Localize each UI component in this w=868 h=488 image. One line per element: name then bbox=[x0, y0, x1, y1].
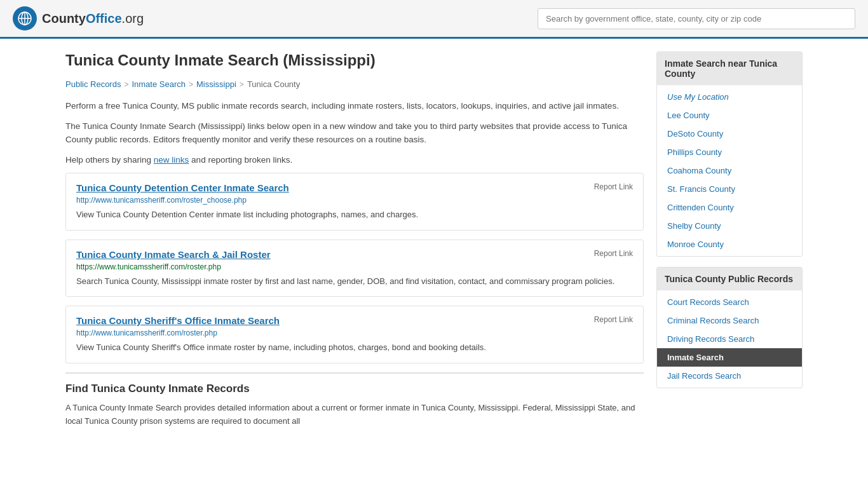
result-desc-2: View Tunica County Sheriff's Office inma… bbox=[76, 341, 633, 354]
sidebar-jail-records[interactable]: Jail Records Search bbox=[657, 367, 802, 385]
report-link-0[interactable]: Report Link bbox=[594, 182, 633, 191]
result-card-1: Tunica County Inmate Search & Jail Roste… bbox=[65, 240, 644, 297]
sidebar-coahoma-county[interactable]: Coahoma County bbox=[657, 161, 802, 180]
sidebar-crittenden-county[interactable]: Crittenden County bbox=[657, 198, 802, 217]
result-url-1[interactable]: https://www.tunicamssheriff.com/roster.p… bbox=[76, 262, 633, 271]
result-url-0[interactable]: http://www.tunicamssheriff.com/roster_ch… bbox=[76, 196, 633, 205]
sidebar-criminal-records[interactable]: Criminal Records Search bbox=[657, 311, 802, 330]
sidebar-nearby-header: Inmate Search near Tunica County bbox=[657, 52, 802, 85]
result-url-2[interactable]: http://www.tunicamssheriff.com/roster.ph… bbox=[76, 329, 633, 337]
result-desc-1: Search Tunica County, Mississippi inmate… bbox=[76, 275, 633, 288]
result-desc-0: View Tunica County Detention Center inma… bbox=[76, 208, 633, 221]
sidebar-inmate-search[interactable]: Inmate Search bbox=[657, 348, 802, 367]
search-input[interactable] bbox=[538, 8, 855, 29]
breadcrumb-public-records[interactable]: Public Records bbox=[65, 79, 121, 89]
description-2: The Tunica County Inmate Search (Mississ… bbox=[65, 119, 644, 147]
main-container: Tunica County Inmate Search (Mississippi… bbox=[53, 39, 815, 440]
sidebar-public-records-header: Tunica County Public Records bbox=[657, 268, 802, 290]
sidebar-public-records-content: Court Records Search Criminal Records Se… bbox=[657, 290, 802, 388]
logo-area: CountyOffice.org bbox=[13, 6, 144, 30]
find-title: Find Tunica County Inmate Records bbox=[65, 383, 644, 395]
result-title-1[interactable]: Tunica County Inmate Search & Jail Roste… bbox=[76, 249, 271, 260]
sidebar-phillips-county[interactable]: Phillips County bbox=[657, 143, 802, 161]
sidebar: Inmate Search near Tunica County Use My … bbox=[656, 51, 803, 428]
description-1: Perform a free Tunica County, MS public … bbox=[65, 99, 644, 113]
sidebar-monroe-county[interactable]: Monroe County bbox=[657, 235, 802, 254]
page-title: Tunica County Inmate Search (Mississippi… bbox=[65, 51, 644, 69]
breadcrumb-sep-1: > bbox=[124, 80, 128, 89]
result-card-header-0: Tunica County Detention Center Inmate Se… bbox=[76, 182, 633, 193]
sidebar-use-location[interactable]: Use My Location bbox=[657, 88, 802, 106]
sidebar-nearby-section: Inmate Search near Tunica County Use My … bbox=[656, 51, 803, 257]
description-3: Help others by sharing new links and rep… bbox=[65, 153, 644, 167]
breadcrumb-current: Tunica County bbox=[247, 79, 300, 89]
logo-text: CountyOffice.org bbox=[42, 11, 144, 26]
sidebar-driving-records[interactable]: Driving Records Search bbox=[657, 330, 802, 348]
content-area: Tunica County Inmate Search (Mississippi… bbox=[65, 51, 644, 428]
breadcrumb-sep-3: > bbox=[240, 80, 244, 89]
sidebar-nearby-content: Use My Location Lee County DeSoto County… bbox=[657, 85, 802, 256]
new-links-link[interactable]: new links bbox=[154, 155, 189, 165]
breadcrumb-inmate-search[interactable]: Inmate Search bbox=[132, 79, 186, 89]
sidebar-public-records-section: Tunica County Public Records Court Recor… bbox=[656, 267, 803, 388]
result-card-header-1: Tunica County Inmate Search & Jail Roste… bbox=[76, 249, 633, 260]
sidebar-desoto-county[interactable]: DeSoto County bbox=[657, 125, 802, 143]
description-3-pre: Help others by sharing bbox=[65, 155, 154, 165]
breadcrumb-sep-2: > bbox=[189, 80, 193, 89]
result-card-0: Tunica County Detention Center Inmate Se… bbox=[65, 173, 644, 231]
site-header: CountyOffice.org bbox=[0, 0, 868, 39]
result-card-header-2: Tunica County Sheriff's Office Inmate Se… bbox=[76, 315, 633, 326]
report-link-1[interactable]: Report Link bbox=[594, 249, 633, 258]
result-card-2: Tunica County Sheriff's Office Inmate Se… bbox=[65, 306, 644, 363]
find-section: Find Tunica County Inmate Records A Tuni… bbox=[65, 372, 644, 428]
result-title-2[interactable]: Tunica County Sheriff's Office Inmate Se… bbox=[76, 315, 280, 326]
report-link-2[interactable]: Report Link bbox=[594, 315, 633, 324]
breadcrumb: Public Records > Inmate Search > Mississ… bbox=[65, 79, 644, 89]
sidebar-shelby-county[interactable]: Shelby County bbox=[657, 217, 802, 235]
sidebar-lee-county[interactable]: Lee County bbox=[657, 106, 802, 125]
sidebar-court-records[interactable]: Court Records Search bbox=[657, 293, 802, 311]
sidebar-st-francis-county[interactable]: St. Francis County bbox=[657, 180, 802, 198]
description-3-post: and reporting broken links. bbox=[189, 155, 292, 165]
breadcrumb-mississippi[interactable]: Mississippi bbox=[196, 79, 236, 89]
find-desc: A Tunica County Inmate Search provides d… bbox=[65, 402, 644, 428]
logo-icon bbox=[13, 6, 37, 30]
result-title-0[interactable]: Tunica County Detention Center Inmate Se… bbox=[76, 182, 289, 193]
